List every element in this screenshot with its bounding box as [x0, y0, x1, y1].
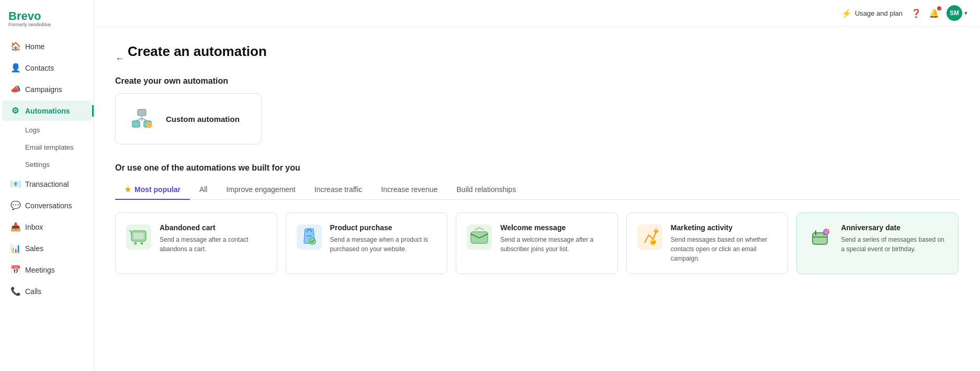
sidebar-item-campaigns-label: Campaigns [25, 85, 62, 94]
card-title-welcome-message: Welcome message [500, 223, 608, 232]
contacts-icon: 👤 [10, 63, 20, 73]
tab-most-popular-label: Most popular [134, 185, 181, 194]
page-content: ← Create an automation Create your own a… [94, 27, 980, 371]
svg-point-13 [141, 242, 143, 244]
help-icon[interactable]: ❓ [911, 8, 921, 18]
settings-label: Settings [25, 161, 50, 168]
sidebar-item-calls[interactable]: 📞 Calls [2, 281, 92, 301]
svg-line-5 [142, 118, 148, 121]
card-body-product-purchase: Product purchase Send a message when a p… [330, 223, 438, 254]
automation-card-marketing-activity[interactable]: Marketing activity Send messages based o… [626, 212, 788, 274]
back-link[interactable]: ← Create an automation [115, 43, 959, 74]
meetings-icon: 📅 [10, 265, 20, 275]
conversations-icon: 💬 [10, 200, 20, 210]
automation-card-product-purchase[interactable]: Product purchase Send a message when a p… [286, 212, 448, 274]
sidebar-item-meetings[interactable]: 📅 Meetings [2, 260, 92, 280]
automation-cards-list: Abandoned cart Send a message after a co… [115, 212, 959, 274]
sidebar-item-sales-label: Sales [25, 244, 43, 253]
sidebar-item-sales[interactable]: 📊 Sales [2, 238, 92, 258]
card-desc-anniversary-date: Send a series of messages based on a spe… [841, 235, 949, 254]
custom-automation-icon [127, 104, 156, 133]
card-icon-marketing-activity [636, 223, 663, 251]
card-desc-marketing-activity: Send messages based on whether contacts … [671, 235, 779, 263]
svg-rect-0 [138, 109, 146, 116]
tab-most-popular[interactable]: ★ Most popular [115, 180, 190, 200]
card-body-marketing-activity: Marketing activity Send messages based o… [671, 223, 779, 263]
tab-increase-traffic-label: Increase traffic [314, 185, 363, 194]
svg-rect-17 [471, 232, 488, 243]
sidebar-item-automations[interactable]: ⚙ Automations [2, 100, 92, 121]
notification-badge [937, 6, 941, 10]
card-desc-welcome-message: Send a welcome message after a subscribe… [500, 235, 608, 254]
svg-point-27 [827, 229, 829, 231]
usage-plan-link[interactable]: ⚡ Usage and plan [841, 8, 903, 18]
card-title-marketing-activity: Marketing activity [671, 223, 779, 232]
back-arrow-icon: ← [115, 53, 125, 64]
tab-increase-traffic[interactable]: Increase traffic [305, 180, 372, 200]
sales-icon: 📊 [10, 243, 20, 253]
avatar: SM [947, 5, 962, 21]
card-icon-product-purchase [296, 223, 323, 251]
tab-increase-revenue-label: Increase revenue [381, 185, 437, 194]
custom-automation-card[interactable]: Custom automation [115, 93, 262, 144]
avatar-dropdown[interactable]: SM ▾ [947, 5, 967, 21]
card-icon-anniversary-date [806, 223, 833, 251]
sidebar-item-logs[interactable]: Logs [2, 122, 92, 138]
logo-name: Brevo [8, 10, 85, 22]
automation-card-welcome-message[interactable]: Welcome message Send a welcome message a… [456, 212, 618, 274]
sidebar-item-home[interactable]: 🏠 Home [2, 36, 92, 57]
campaigns-icon: 📣 [10, 84, 20, 94]
sidebar-item-conversations[interactable]: 💬 Conversations [2, 195, 92, 216]
tab-improve-engagement[interactable]: Improve engagement [217, 180, 305, 200]
svg-line-4 [136, 118, 142, 121]
sidebar-item-email-templates[interactable]: Email templates [2, 139, 92, 155]
sidebar-item-automations-label: Automations [25, 107, 70, 115]
lightning-icon: ⚡ [841, 8, 852, 18]
card-title-anniversary-date: Anniversary date [841, 223, 949, 232]
sidebar-item-transactional-label: Transactional [25, 180, 69, 188]
svg-rect-1 [132, 121, 140, 127]
tab-all[interactable]: All [190, 180, 217, 200]
chevron-down-icon: ▾ [964, 9, 967, 17]
card-desc-product-purchase: Send a message when a product is purchas… [330, 235, 438, 254]
sidebar-item-inbox[interactable]: 📥 Inbox [2, 217, 92, 237]
card-desc-abandoned-cart: Send a message after a contact abandons … [160, 235, 267, 254]
sidebar-item-meetings-label: Meetings [25, 266, 55, 274]
sidebar-item-settings[interactable]: Settings [2, 156, 92, 173]
sidebar-item-transactional[interactable]: 📧 Transactional [2, 174, 92, 194]
sidebar-item-contacts[interactable]: 👤 Contacts [2, 58, 92, 78]
usage-plan-label: Usage and plan [855, 9, 903, 17]
svg-point-20 [650, 239, 656, 245]
tab-all-label: All [199, 185, 208, 194]
svg-rect-11 [133, 233, 144, 239]
sidebar-item-home-label: Home [25, 42, 44, 51]
header: ⚡ Usage and plan ❓ 🔔 SM ▾ [94, 0, 980, 27]
card-title-product-purchase: Product purchase [330, 223, 438, 232]
avatar-initials: SM [950, 9, 959, 17]
transactional-icon: 📧 [10, 179, 20, 189]
sidebar-item-contacts-label: Contacts [25, 64, 54, 72]
section-own-title: Create your own automation [115, 76, 959, 86]
logo: Brevo Formerly sendinblue [0, 4, 94, 36]
card-icon-welcome-message [466, 223, 493, 251]
automation-card-anniversary-date[interactable]: Anniversary date Send a series of messag… [796, 212, 959, 274]
card-body-welcome-message: Welcome message Send a welcome message a… [500, 223, 608, 254]
logs-label: Logs [25, 126, 40, 134]
tab-improve-engagement-label: Improve engagement [226, 185, 295, 194]
svg-rect-18 [637, 224, 662, 250]
card-body-anniversary-date: Anniversary date Send a series of messag… [841, 223, 949, 254]
logo-sub: Formerly sendinblue [8, 22, 85, 27]
tab-build-relationships[interactable]: Build relationships [447, 180, 526, 200]
sidebar: Brevo Formerly sendinblue 🏠 Home 👤 Conta… [0, 0, 94, 371]
card-icon-abandoned-cart [125, 223, 152, 251]
automation-card-abandoned-cart[interactable]: Abandoned cart Send a message after a co… [115, 212, 277, 274]
sidebar-item-conversations-label: Conversations [25, 201, 72, 210]
sidebar-item-campaigns[interactable]: 📣 Campaigns [2, 79, 92, 99]
star-icon: ★ [125, 185, 131, 194]
custom-automation-label: Custom automation [166, 115, 240, 123]
main-content: ⚡ Usage and plan ❓ 🔔 SM ▾ ← Create an au… [94, 0, 980, 371]
tab-increase-revenue[interactable]: Increase revenue [371, 180, 447, 200]
inbox-icon: 📥 [10, 222, 20, 232]
section-built-title: Or use one of the automations we built f… [115, 163, 959, 173]
notifications-icon[interactable]: 🔔 [929, 8, 939, 18]
